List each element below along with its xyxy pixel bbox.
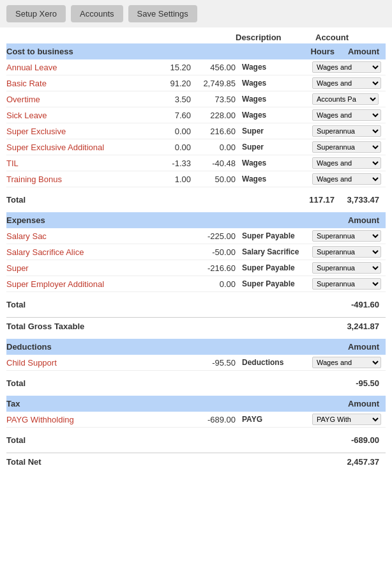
row-account[interactable]: PAYG With Wages and Accounts Payable [312,414,386,425]
row-account[interactable]: Wages and Accounts Payable Superannuatio… [312,157,386,169]
account-select[interactable]: Wages and Accounts Payable Superannuatio… [312,357,381,368]
save-settings-button[interactable]: Save Settings [128,5,197,22]
row-amount: 73.50 [191,95,242,104]
tax-header: Tax Amount [6,396,386,412]
account-select[interactable]: Wages and Accounts Payable Superannuatio… [312,61,381,73]
total-amount: -95.50 [335,378,386,388]
row-name: Super Employer Additional [6,279,191,289]
account-select[interactable]: Wages and Accounts Payable Superannuatio… [312,157,381,169]
account-select[interactable]: Superannua Wages and Accounts Payable [312,246,381,258]
table-row: Super Exclusive 0.00 216.60 Super Supera… [6,123,386,139]
row-description: PAYG [242,415,312,424]
table-row: Salary Sacrifice Alice -50.00 Salary Sac… [6,244,386,260]
row-hours: 91.20 [146,79,191,88]
row-hours: -1.33 [146,159,191,168]
row-account[interactable]: Wages and Accounts Payable Superannuatio… [312,357,386,368]
row-amount: -40.48 [191,159,242,168]
row-name: Training Bonus [6,175,146,184]
account-select[interactable]: Superannua Wages and Accounts Payable [312,125,381,137]
row-name: TIL [6,159,146,168]
table-row: Basic Rate 91.20 2,749.85 Wages Wages an… [6,75,386,91]
total-net-row: Total Net 2,457.37 [6,453,386,470]
row-account[interactable]: Wages and Accounts Payable Superannuatio… [312,109,386,121]
table-row: Super Exclusive Additional 0.00 0.00 Sup… [6,139,386,155]
total-row-expenses: Total -491.60 [6,296,386,313]
row-description: Super Payable [242,263,312,272]
table-row: TIL -1.33 -40.48 Wages Wages and Account… [6,155,386,171]
table-row: Salary Sac -225.00 Super Payable Superan… [6,228,386,244]
row-account[interactable]: Wages and Accounts Payable Superannuatio… [312,173,386,185]
row-description: Wages [242,159,312,167]
account-select[interactable]: Wages and Accounts Payable Superannuatio… [312,77,381,89]
row-amount: 0.00 [191,279,242,289]
row-account[interactable]: Superannua Wages and Accounts Payable [312,230,386,242]
row-description: Super Payable [242,231,312,240]
row-account[interactable]: Superannua Wages and Accounts Payable [312,125,386,137]
deductions-header: Deductions Amount [6,339,386,355]
setup-xero-button[interactable]: Setup Xero [6,5,66,22]
row-name: Basic Rate [6,79,146,88]
row-description: Salary Sacrifice [242,247,312,256]
account-select[interactable]: Superannua Wages and Accounts Payable [312,278,381,290]
row-amount: 50.00 [191,175,242,184]
row-hours: 15.20 [146,63,191,72]
row-account[interactable]: Superannua Wages and Accounts Payable [312,278,386,290]
amount-label-ctb: Amount [335,47,386,56]
total-hours: 117.17 [290,195,335,205]
row-name: PAYG Withholding [6,415,191,424]
row-description: Wages [242,63,312,72]
row-amount: -95.50 [191,358,242,368]
row-name: Super Exclusive Additional [6,143,146,152]
row-amount: 2,749.85 [191,79,242,88]
account-select[interactable]: Wages and Accounts Payable Superannuatio… [312,173,381,185]
total-amount: -689.00 [335,435,386,445]
row-name: Child Support [6,358,191,368]
total-label: Total [6,435,335,445]
row-account[interactable]: Superannua Wages and Accounts Payable [312,262,386,274]
account-select[interactable]: Wages and Accounts Payable Superannuatio… [312,109,381,121]
description-column-header: Description [236,33,306,42]
row-name: Super Exclusive [6,127,146,136]
accounts-button[interactable]: Accounts [71,5,123,22]
row-name: Overtime [6,95,146,104]
total-label: Total [6,378,335,388]
row-description: Super [242,127,312,136]
table-row: Overtime 3.50 73.50 Wages Accounts Pa Wa… [6,91,386,107]
expenses-amount-label: Amount [335,215,386,225]
row-amount: -225.00 [191,231,242,241]
table-row: Child Support -95.50 Deductions Wages an… [6,355,386,371]
total-net-label: Total Net [6,457,335,467]
row-description: Wages [242,111,312,120]
account-select[interactable]: Superannua Wages and Accounts Payable [312,262,381,274]
deductions-amount-label: Amount [335,342,386,352]
row-amount: -216.60 [191,263,242,273]
row-amount: -50.00 [191,247,242,257]
row-account[interactable]: Wages and Accounts Payable Superannuatio… [312,61,386,73]
tax-label: Tax [6,399,335,408]
row-account[interactable]: Wages and Accounts Payable Superannuatio… [312,77,386,89]
row-description: Deductions [242,358,312,367]
total-label: Total [6,300,335,309]
table-row: PAYG Withholding -689.00 PAYG PAYG With … [6,412,386,428]
row-description: Super Payable [242,279,312,288]
deductions-label: Deductions [6,342,335,352]
total-label: Total [6,195,290,205]
row-name: Super [6,263,191,273]
total-gross-taxable-row: Total Gross Taxable 3,241.87 [6,317,386,335]
row-amount: 456.00 [191,63,242,72]
row-hours: 0.00 [146,127,191,136]
account-select[interactable]: PAYG With Wages and Accounts Payable [312,414,381,425]
row-account[interactable]: Superannua Wages and Accounts Payable [312,141,386,153]
account-select[interactable]: Accounts Pa Wages and Superannuation [312,93,379,105]
top-bar: Setup Xero Accounts Save Settings [0,0,392,27]
row-account[interactable]: Superannua Wages and Accounts Payable [312,246,386,258]
row-amount: 0.00 [191,143,242,152]
expenses-label: Expenses [6,215,335,225]
expenses-header: Expenses Amount [6,212,386,228]
table-row: Super Employer Additional 0.00 Super Pay… [6,276,386,292]
row-account[interactable]: Accounts Pa Wages and Superannuation [312,93,386,105]
account-select[interactable]: Superannua Wages and Accounts Payable [312,230,381,242]
row-name: Sick Leave [6,111,146,120]
account-select[interactable]: Superannua Wages and Accounts Payable [312,141,381,153]
table-row: Super -216.60 Super Payable Superannua W… [6,260,386,276]
